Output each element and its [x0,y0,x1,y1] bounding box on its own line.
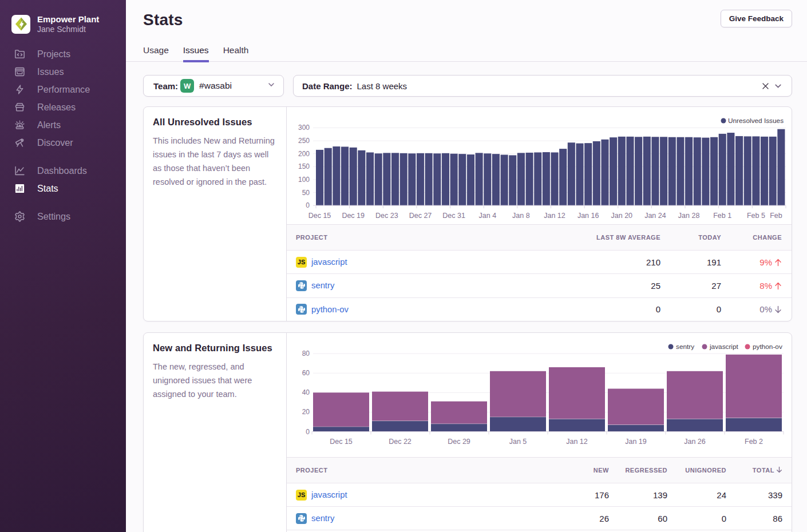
svg-text:Dec 15: Dec 15 [308,212,331,220]
svg-text:Unresolved Issues: Unresolved Issues [728,117,784,125]
svg-text:Dec 15: Dec 15 [330,438,353,446]
svg-text:0: 0 [306,427,310,435]
svg-text:Dec 23: Dec 23 [375,212,398,220]
svg-text:Jan 20: Jan 20 [611,212,633,220]
svg-text:50: 50 [302,189,310,197]
svg-text:Dec 22: Dec 22 [389,438,412,446]
svg-text:60: 60 [302,369,310,377]
svg-text:Jan 12: Jan 12 [544,212,565,220]
svg-text:Jan 28: Jan 28 [678,212,700,220]
svg-text:40: 40 [302,388,310,396]
svg-text:Jan 4: Jan 4 [479,212,497,220]
svg-text:sentry: sentry [676,343,694,351]
svg-text:Feb 2: Feb 2 [745,438,763,446]
svg-text:Feb: Feb [770,212,782,220]
svg-text:20: 20 [302,408,310,416]
svg-text:Jan 16: Jan 16 [577,212,599,220]
svg-text:javascript: javascript [709,343,739,351]
svg-text:Feb 5: Feb 5 [747,212,765,220]
svg-text:100: 100 [298,176,310,184]
svg-text:150: 150 [298,162,310,170]
svg-text:Jan 24: Jan 24 [644,212,666,220]
svg-text:0: 0 [306,201,310,209]
svg-text:Jan 26: Jan 26 [684,438,706,446]
svg-text:Jan 5: Jan 5 [509,438,527,446]
svg-text:Dec 31: Dec 31 [442,212,465,220]
svg-text:Jan 8: Jan 8 [512,212,530,220]
svg-text:Dec 29: Dec 29 [448,438,470,446]
svg-text:python-ov: python-ov [753,343,782,351]
svg-text:300: 300 [298,124,310,132]
svg-text:200: 200 [298,150,310,158]
svg-text:250: 250 [298,137,310,145]
svg-text:Dec 19: Dec 19 [342,212,365,220]
svg-text:Feb 1: Feb 1 [713,212,731,220]
svg-text:Jan 12: Jan 12 [566,438,588,446]
svg-text:80: 80 [302,350,310,358]
svg-text:Jan 19: Jan 19 [625,438,647,446]
svg-text:Dec 27: Dec 27 [409,212,432,220]
